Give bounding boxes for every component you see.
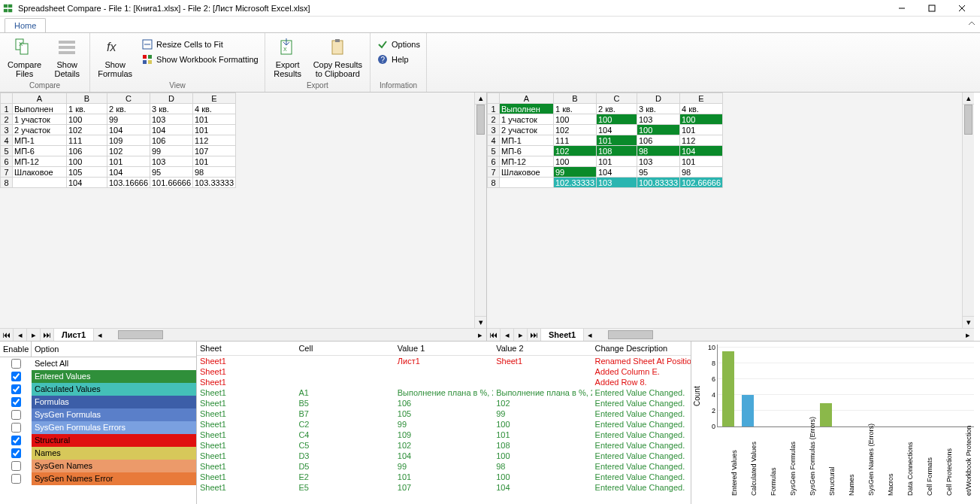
- results-row[interactable]: Sheet1E2101100Entered Value Changed.: [197, 472, 691, 482]
- cell[interactable]: 100: [554, 156, 597, 167]
- row-header[interactable]: 8: [488, 178, 500, 188]
- cell[interactable]: 104: [67, 178, 107, 188]
- results-row[interactable]: Sheet1C5102108Entered Value Changed.: [197, 440, 691, 451]
- cell[interactable]: 4 кв.: [193, 104, 236, 114]
- row-header[interactable]: 1: [488, 104, 500, 114]
- cell[interactable]: 101: [193, 156, 236, 167]
- option-checkbox[interactable]: [11, 448, 21, 458]
- cell[interactable]: 100: [680, 114, 723, 125]
- results-col-header[interactable]: Change Description: [592, 342, 691, 356]
- row-header[interactable]: 7: [1, 167, 13, 178]
- cell[interactable]: 3 кв.: [637, 104, 680, 114]
- cell[interactable]: 101: [597, 156, 637, 167]
- cell[interactable]: 108: [597, 146, 637, 156]
- cell[interactable]: МП-1: [500, 135, 554, 146]
- hscroll-left-icon[interactable]: ◂: [94, 329, 106, 341]
- option-checkbox[interactable]: [11, 384, 21, 394]
- cell[interactable]: 100.83333: [637, 178, 680, 188]
- col-header[interactable]: B: [67, 93, 107, 104]
- option-label[interactable]: SysGen Formulas: [32, 408, 196, 421]
- compare-files-button[interactable]: X CompareFiles: [5, 35, 44, 80]
- scroll-thumb[interactable]: [964, 105, 972, 135]
- cell[interactable]: 98: [680, 167, 723, 178]
- col-header[interactable]: B: [554, 93, 597, 104]
- cell[interactable]: 103: [637, 156, 680, 167]
- cell[interactable]: Шлаковое: [13, 167, 67, 178]
- close-button[interactable]: [947, 0, 977, 17]
- cell[interactable]: 99: [107, 114, 150, 125]
- results-row[interactable]: Sheet1D59998Entered Value Changed.: [197, 461, 691, 472]
- cell[interactable]: 104: [107, 125, 150, 135]
- option-checkbox[interactable]: [11, 410, 21, 420]
- results-row[interactable]: Sheet1Лист1Sheet1Renamed Sheet At Positi…: [197, 356, 691, 367]
- cell[interactable]: 112: [193, 135, 236, 146]
- cell[interactable]: 102: [107, 146, 150, 156]
- cell[interactable]: 2 участок: [13, 125, 67, 135]
- cell[interactable]: 2 кв.: [597, 104, 637, 114]
- cell[interactable]: Выполнен: [13, 104, 67, 114]
- cell[interactable]: 102: [554, 125, 597, 135]
- export-results-button[interactable]: X ExportResults: [270, 35, 306, 80]
- cell[interactable]: 99: [150, 146, 193, 156]
- cell[interactable]: 101.66666: [150, 178, 193, 188]
- cell[interactable]: 103: [597, 178, 637, 188]
- show-details-button[interactable]: ShowDetails: [49, 35, 85, 80]
- cell[interactable]: Шлаковое: [500, 167, 554, 178]
- cell[interactable]: 1 кв.: [554, 104, 597, 114]
- cell[interactable]: 111: [67, 135, 107, 146]
- copy-results-button[interactable]: Copy Resultsto Clipboard: [310, 35, 365, 80]
- cell[interactable]: 98: [193, 167, 236, 178]
- option-label[interactable]: Calculated Values: [32, 383, 196, 396]
- option-label[interactable]: Names: [32, 447, 196, 460]
- nav-first-icon[interactable]: ⏮: [487, 329, 501, 341]
- nav-next-icon[interactable]: ▸: [514, 329, 528, 341]
- col-header[interactable]: A: [500, 93, 554, 104]
- cell[interactable]: МП-6: [500, 146, 554, 156]
- cell[interactable]: [13, 178, 67, 188]
- cell[interactable]: 102: [67, 125, 107, 135]
- col-header[interactable]: C: [597, 93, 637, 104]
- cell[interactable]: 106: [637, 135, 680, 146]
- col-header[interactable]: D: [150, 93, 193, 104]
- cell[interactable]: 101: [193, 125, 236, 135]
- cell[interactable]: 2 кв.: [107, 104, 150, 114]
- row-header[interactable]: 4: [488, 135, 500, 146]
- option-checkbox[interactable]: [11, 474, 21, 484]
- cell[interactable]: 100: [67, 156, 107, 167]
- col-header[interactable]: A: [13, 93, 67, 104]
- cell[interactable]: 103: [637, 114, 680, 125]
- option-checkbox[interactable]: [11, 359, 21, 369]
- cell[interactable]: 104: [597, 167, 637, 178]
- hscroll-left-icon[interactable]: ◂: [584, 329, 596, 341]
- cell[interactable]: 102.66666: [680, 178, 723, 188]
- row-header[interactable]: 1: [1, 104, 13, 114]
- results-row[interactable]: Sheet1C299100Entered Value Changed.: [197, 419, 691, 430]
- row-header[interactable]: 6: [1, 156, 13, 167]
- nav-last-icon[interactable]: ⏭: [528, 329, 541, 341]
- cell[interactable]: 109: [107, 135, 150, 146]
- cell[interactable]: 104: [150, 125, 193, 135]
- cell[interactable]: 105: [67, 167, 107, 178]
- cell[interactable]: 102.33333: [554, 178, 597, 188]
- col-header[interactable]: E: [193, 93, 236, 104]
- nav-prev-icon[interactable]: ◂: [14, 329, 27, 341]
- option-label[interactable]: SysGen Formulas Errors: [32, 421, 196, 434]
- cell[interactable]: 101: [107, 156, 150, 167]
- cell[interactable]: 106: [67, 146, 107, 156]
- cell[interactable]: 98: [637, 146, 680, 156]
- scroll-up-icon[interactable]: ▴: [475, 93, 486, 105]
- cell[interactable]: 4 кв.: [680, 104, 723, 114]
- cell[interactable]: 100: [554, 114, 597, 125]
- cell[interactable]: 103.33333: [193, 178, 236, 188]
- option-checkbox[interactable]: [11, 397, 21, 407]
- results-row[interactable]: Sheet1C4109101Entered Value Changed.: [197, 430, 691, 440]
- scroll-thumb[interactable]: [476, 105, 485, 135]
- cell[interactable]: 1 участок: [13, 114, 67, 125]
- option-label[interactable]: Structural: [32, 434, 196, 447]
- cell[interactable]: 2 участок: [500, 125, 554, 135]
- results-row[interactable]: Sheet1E5107104Entered Value Changed.: [197, 482, 691, 493]
- cell[interactable]: 100: [67, 114, 107, 125]
- resize-cells-button[interactable]: Resize Cells to Fit: [140, 38, 260, 51]
- scroll-up-icon[interactable]: ▴: [963, 93, 974, 105]
- cell[interactable]: 101: [597, 135, 637, 146]
